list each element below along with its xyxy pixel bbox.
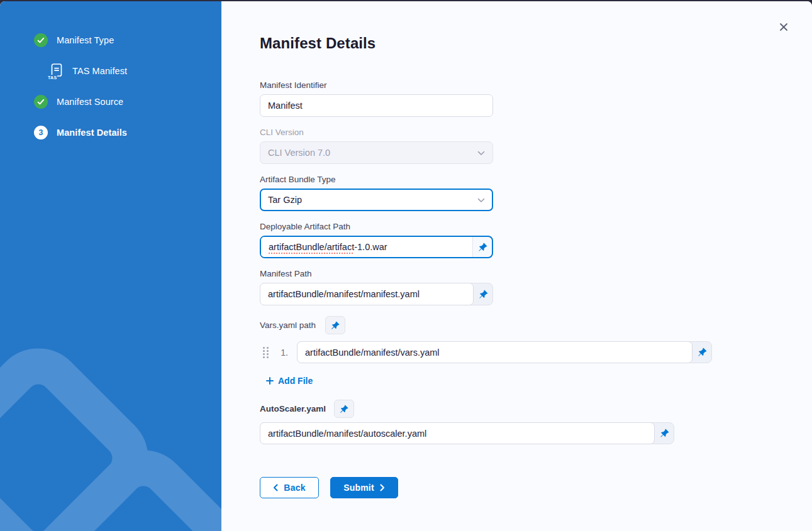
wizard-footer-buttons: Back Submit: [260, 477, 812, 498]
chevron-right-icon: [380, 484, 385, 491]
cli-version-value: CLI Version 7.0: [268, 148, 330, 158]
sidebar-step-manifest-type[interactable]: Manifest Type: [34, 33, 221, 47]
autoscaler-yaml-label: AutoScaler.yaml: [260, 404, 326, 414]
chevron-down-icon: [477, 148, 485, 158]
field-autoscaler-yaml: AutoScaler.yaml: [260, 400, 812, 444]
fixed-value-pin-icon[interactable]: [692, 342, 711, 363]
plus-icon: [266, 377, 274, 385]
submit-button-label: Submit: [343, 483, 374, 493]
sidebar-substep-tas-manifest[interactable]: TAS TAS Manifest: [49, 63, 221, 79]
check-circle-icon: [34, 33, 48, 47]
autoscaler-yaml-input[interactable]: [260, 422, 655, 444]
manifest-identifier-label: Manifest Identifier: [260, 80, 493, 90]
step-label-tas-manifest: TAS Manifest: [72, 66, 127, 76]
step-label-manifest-source: Manifest Source: [57, 97, 123, 107]
fixed-value-pin-icon[interactable]: [473, 237, 492, 257]
deployable-artifact-path-label: Deployable Artifact Path: [260, 222, 493, 232]
field-artifact-bundle-type: Artifact Bundle Type Tar Gzip: [260, 175, 493, 211]
submit-button[interactable]: Submit: [330, 477, 398, 498]
page-title: Manifest Details: [260, 34, 812, 53]
add-file-button[interactable]: Add File: [266, 376, 313, 386]
step-label-manifest-type: Manifest Type: [57, 35, 114, 45]
drag-handle-icon[interactable]: [263, 347, 269, 358]
deployable-artifact-path-combo: artifactBundle/artifact-1.0.war: [260, 236, 493, 258]
autoscaler-label-row: AutoScaler.yaml: [260, 400, 812, 418]
manifest-path-input[interactable]: [260, 283, 474, 305]
autoscaler-yaml-combo: [260, 422, 674, 444]
deployable-artifact-path-input[interactable]: artifactBundle/artifact-1.0.war: [261, 237, 473, 257]
check-circle-icon: [34, 95, 48, 109]
back-button-label: Back: [284, 483, 305, 493]
tas-manifest-file-icon: TAS: [49, 63, 64, 79]
chevron-left-icon: [273, 484, 278, 491]
manifest-identifier-input[interactable]: [260, 94, 493, 117]
input-text-misspelled: artifactBundle/artifact: [269, 242, 354, 252]
vars-yaml-path-combo: [297, 341, 712, 363]
artifact-bundle-type-label: Artifact Bundle Type: [260, 175, 493, 185]
field-vars-yaml-path: Vars.yaml path 1.: [260, 316, 812, 387]
input-text-rest: -1.0.war: [354, 242, 387, 252]
manifest-wizard-dialog: Manifest Type TAS TAS Manifest Manifest …: [0, 1, 812, 531]
step-number-badge: 3: [34, 126, 48, 140]
wizard-sidebar: Manifest Type TAS TAS Manifest Manifest …: [0, 1, 221, 531]
fixed-value-pin-icon[interactable]: [655, 423, 674, 444]
vars-yaml-path-input[interactable]: [297, 341, 692, 363]
close-icon[interactable]: [778, 21, 789, 33]
cli-version-select: CLI Version 7.0: [260, 141, 493, 164]
fixed-value-pin-button[interactable]: [334, 400, 354, 418]
fixed-value-pin-button[interactable]: [325, 316, 345, 334]
field-cli-version: CLI Version CLI Version 7.0: [260, 128, 493, 164]
sidebar-step-manifest-details[interactable]: 3 Manifest Details: [34, 126, 221, 140]
back-button[interactable]: Back: [260, 477, 319, 498]
vars-yaml-file-row: 1.: [263, 341, 812, 363]
field-manifest-identifier: Manifest Identifier: [260, 80, 493, 117]
artifact-bundle-type-value: Tar Gzip: [268, 195, 302, 205]
manifest-path-combo: [260, 283, 493, 305]
fixed-value-pin-icon[interactable]: [474, 283, 492, 305]
row-index: 1.: [278, 348, 288, 358]
step-label-manifest-details: Manifest Details: [57, 128, 127, 138]
vars-yaml-label-row: Vars.yaml path: [260, 316, 812, 334]
field-manifest-path: Manifest Path: [260, 269, 493, 305]
manifest-path-label: Manifest Path: [260, 269, 493, 279]
manifest-details-panel: Manifest Details Manifest Identifier CLI…: [221, 1, 812, 531]
vars-yaml-label: Vars.yaml path: [260, 320, 316, 331]
tas-icon-label: TAS: [48, 75, 57, 80]
artifact-bundle-type-select[interactable]: Tar Gzip: [260, 189, 493, 211]
cli-version-label: CLI Version: [260, 128, 493, 138]
chevron-down-icon: [477, 195, 485, 205]
sidebar-step-manifest-source[interactable]: Manifest Source: [34, 95, 221, 109]
add-file-label: Add File: [278, 376, 313, 386]
field-deployable-artifact-path: Deployable Artifact Path artifactBundle/…: [260, 222, 493, 258]
